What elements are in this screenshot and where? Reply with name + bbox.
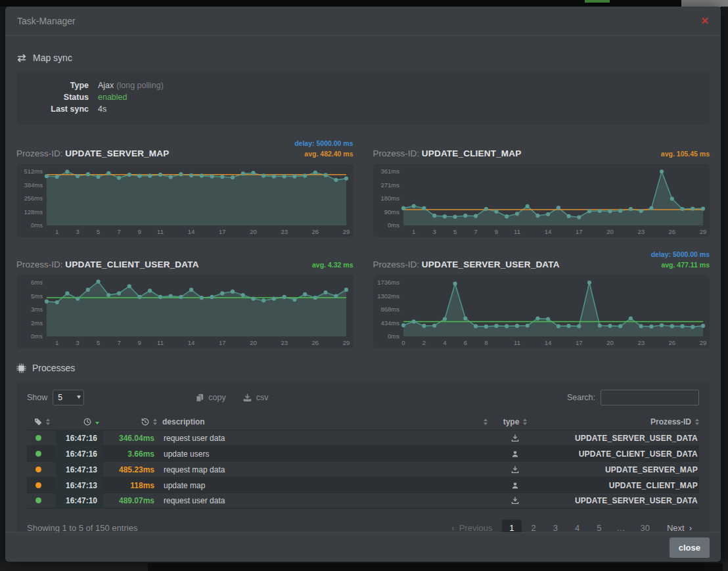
svg-text:0ms: 0ms — [31, 332, 43, 340]
duration-cell: 489.07ms — [103, 496, 162, 505]
svg-text:2: 2 — [422, 339, 425, 346]
description-cell: update users — [162, 449, 489, 459]
chart-svg: 6ms5ms3ms2ms0ms1357911141720232629 — [16, 275, 353, 348]
pagination-next[interactable]: Next› — [660, 520, 699, 533]
svg-text:14: 14 — [188, 339, 195, 346]
background-page — [148, 563, 723, 571]
description-cell: request map data — [162, 465, 489, 474]
svg-text:14: 14 — [544, 339, 551, 346]
chart-svg: 1736ms1302ms868ms434ms0ms024681114172023… — [373, 275, 710, 348]
prozess-id-cell: UPDATE_SERVER_MAP — [541, 465, 699, 474]
status-dot — [35, 435, 41, 441]
copy-button[interactable]: copy — [196, 393, 225, 402]
status-cell — [27, 481, 56, 490]
map-sync-heading-label: Map sync — [33, 53, 72, 63]
svg-text:23: 23 — [281, 339, 288, 346]
column-time[interactable] — [56, 418, 103, 426]
svg-text:23: 23 — [637, 228, 645, 235]
table-row: 16:47:10489.07msrequest user dataUPDATE_… — [27, 493, 699, 509]
pagination-page-4[interactable]: 4 — [568, 520, 587, 533]
pagination-page-1[interactable]: 1 — [502, 520, 521, 533]
info-value: Ajax(long polling) — [98, 80, 164, 91]
svg-text:17: 17 — [576, 339, 583, 346]
time-cell: 16:47:10 — [56, 493, 103, 508]
close-icon[interactable]: ✕ — [700, 16, 709, 26]
chart-update-client-user-data: Prozess-ID: UPDATE_CLIENT_USER_DATA avg.… — [16, 248, 353, 348]
show-label: Show — [27, 393, 47, 402]
chart-stats: avg. 105.45 ms — [661, 138, 710, 159]
map-sync-heading: Map sync — [16, 53, 710, 63]
duration-cell: 118ms — [103, 481, 162, 490]
chart-svg: 512ms384ms256ms128ms0ms13579111417202326… — [16, 164, 353, 237]
download-icon — [511, 466, 519, 474]
status-dot — [35, 467, 41, 472]
clock-icon — [83, 418, 91, 426]
svg-text:9: 9 — [494, 228, 497, 235]
duration-cell: 3.66ms — [103, 449, 162, 459]
pagination-previous[interactable]: ‹Previous — [444, 520, 499, 533]
pagination-page-30[interactable]: 30 — [633, 520, 656, 533]
background-page — [0, 7, 5, 562]
column-type[interactable]: type — [489, 417, 541, 426]
svg-text:256ms: 256ms — [24, 194, 43, 202]
lastsync-value: 4s — [98, 103, 106, 115]
info-row-status: Status enabled — [27, 91, 699, 103]
sort-icon — [523, 419, 527, 425]
user-icon — [511, 482, 519, 490]
svg-text:361ms: 361ms — [380, 168, 399, 175]
description-cell: request user data — [162, 434, 489, 443]
svg-text:6: 6 — [463, 339, 466, 346]
sort-desc-icon — [95, 419, 99, 424]
modal-title: Task-Manager — [17, 16, 76, 26]
chart-stats: avg. 4.32 ms — [312, 249, 353, 270]
chart-title: Prozess-ID: UPDATE_CLIENT_USER_DATA — [16, 260, 199, 270]
svg-text:9: 9 — [138, 228, 141, 235]
chart-update-client-map: Prozess-ID: UPDATE_CLIENT_MAP avg. 105.4… — [373, 137, 710, 237]
close-button[interactable]: close — [670, 537, 710, 558]
modal-footer: close — [5, 532, 721, 562]
sort-icon — [484, 419, 488, 425]
pagination-page-2[interactable]: 2 — [524, 520, 543, 533]
svg-text:20: 20 — [250, 339, 257, 346]
pagination-page-3[interactable]: 3 — [546, 520, 565, 533]
pagination-page-5[interactable]: 5 — [589, 520, 608, 533]
task-manager-modal: Task-Manager ✕ Map sync Type Ajax(long p… — [5, 7, 721, 562]
sort-icon — [695, 419, 699, 425]
sort-icon — [153, 419, 157, 425]
info-label: Type — [27, 80, 98, 91]
info-row-lastsync: Last sync 4s — [27, 103, 699, 115]
column-prozess-id[interactable]: Prozess-ID — [541, 417, 699, 426]
svg-text:3: 3 — [76, 228, 80, 235]
column-duration[interactable] — [103, 418, 162, 426]
svg-text:180ms: 180ms — [380, 194, 399, 202]
background-page — [0, 0, 728, 7]
status-dot — [35, 451, 41, 457]
prozess-id-cell: UPDATE_CLIENT_MAP — [541, 481, 699, 490]
svg-text:29: 29 — [699, 228, 706, 235]
type-cell — [489, 450, 541, 458]
type-cell — [489, 482, 541, 490]
avg-stat: avg. 4.32 ms — [312, 260, 353, 270]
svg-text:5ms: 5ms — [31, 292, 43, 300]
table-controls: Show 5 copy — [27, 389, 699, 406]
time-cell: 16:47:13 — [56, 462, 103, 477]
svg-text:4: 4 — [443, 339, 446, 346]
svg-text:0ms: 0ms — [388, 332, 399, 340]
table-body: 16:47:16346.04msrequest user dataUPDATE_… — [27, 430, 699, 509]
csv-button[interactable]: csv — [243, 393, 269, 402]
page-length-select[interactable]: 5 — [53, 390, 84, 405]
svg-text:1: 1 — [55, 228, 58, 235]
prozess-id-cell: UPDATE_SERVER_USER_DATA — [541, 496, 699, 505]
svg-text:20: 20 — [606, 228, 614, 235]
search-input[interactable] — [601, 390, 699, 405]
processes-heading: Processes — [16, 363, 710, 373]
svg-text:29: 29 — [343, 339, 350, 346]
column-status[interactable] — [27, 418, 56, 426]
svg-text:7: 7 — [117, 339, 120, 346]
column-description[interactable]: description — [162, 417, 489, 426]
time-cell: 16:47:16 — [56, 446, 103, 461]
chart-title: Prozess-ID: UPDATE_SERVER_MAP — [16, 148, 169, 159]
swap-arrows-icon — [16, 54, 27, 62]
copy-icon — [196, 394, 204, 402]
svg-text:11: 11 — [514, 339, 520, 346]
